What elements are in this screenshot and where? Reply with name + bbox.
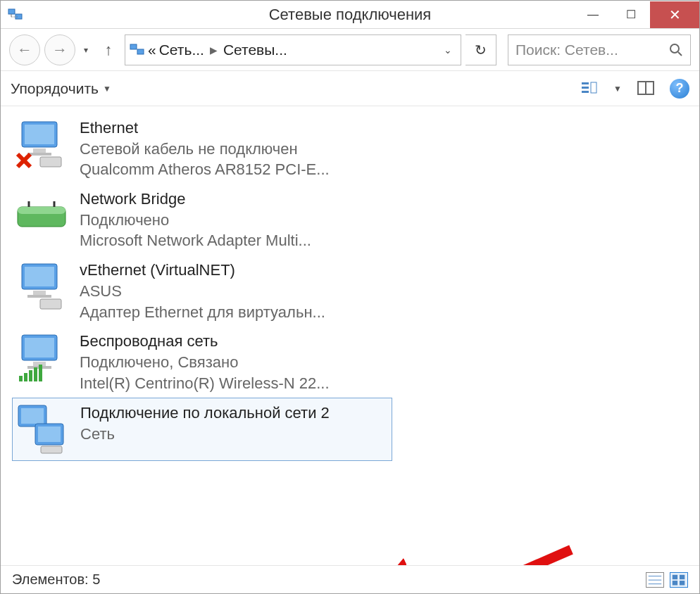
svg-rect-29 xyxy=(40,299,61,309)
view-options-button[interactable] xyxy=(580,79,599,99)
breadcrumb-sep-icon: ▸ xyxy=(207,42,220,58)
svg-rect-27 xyxy=(33,291,46,295)
content-area: EthernetСетевой кабель не подключенQualc… xyxy=(1,106,699,565)
preview-pane-button[interactable] xyxy=(636,79,656,99)
titlebar: Сетевые подключения — ☐ ✕ xyxy=(1,1,699,29)
svg-rect-10 xyxy=(582,91,589,93)
window-buttons: — ☐ ✕ xyxy=(574,1,699,28)
items-count: 5 xyxy=(92,571,100,588)
connection-item[interactable]: Беспроводная сетьПодключено, СвязаноInte… xyxy=(12,327,392,398)
breadcrumb-1[interactable]: Сеть... xyxy=(159,42,204,58)
connection-text: Беспроводная сетьПодключено, СвязаноInte… xyxy=(80,331,330,393)
svg-rect-36 xyxy=(29,370,32,381)
search-box[interactable]: Поиск: Сетев... xyxy=(508,34,691,65)
annotation-arrow xyxy=(395,543,578,565)
svg-rect-18 xyxy=(40,157,61,167)
connection-status: Подключено xyxy=(80,210,311,231)
connection-item[interactable]: vEthernet (VirtualNET)ASUSАдаптер Ethern… xyxy=(12,255,392,327)
connection-item[interactable]: EthernetСетевой кабель не подключенQualc… xyxy=(12,113,392,184)
connection-item[interactable]: Подключение по локальной сети 2Сеть xyxy=(12,398,392,461)
svg-rect-26 xyxy=(25,267,54,286)
dropdown-icon: ▼ xyxy=(103,84,111,94)
history-dropdown[interactable]: ▾ xyxy=(80,34,92,65)
connection-status: Сетевой кабель не подключен xyxy=(80,139,330,160)
connection-text: Подключение по локальной сети 2Сеть xyxy=(80,403,330,444)
maximize-button[interactable]: ☐ xyxy=(612,1,650,28)
svg-rect-43 xyxy=(41,446,62,453)
forward-button[interactable]: → xyxy=(44,34,75,65)
svg-rect-1 xyxy=(15,14,22,19)
svg-rect-40 xyxy=(21,408,44,424)
svg-rect-0 xyxy=(8,9,15,14)
connection-description: Qualcomm Atheros AR8152 PCI-E... xyxy=(80,159,330,180)
refresh-button[interactable]: ↻ xyxy=(465,34,496,65)
details-view-button[interactable] xyxy=(646,572,664,588)
svg-rect-11 xyxy=(591,82,596,93)
search-icon xyxy=(669,43,683,57)
svg-rect-51 xyxy=(680,581,685,585)
connection-name: vEthernet (VirtualNET) xyxy=(80,260,325,281)
address-dropdown-icon[interactable]: ⌄ xyxy=(439,44,456,56)
svg-rect-38 xyxy=(39,365,42,381)
close-button[interactable]: ✕ xyxy=(650,1,699,28)
toolbar: Упорядочить ▼ ▼ ? xyxy=(1,71,699,106)
view-dropdown-icon[interactable]: ▼ xyxy=(613,84,622,94)
connection-text: vEthernet (VirtualNET)ASUSАдаптер Ethern… xyxy=(80,260,325,322)
location-icon xyxy=(130,42,145,58)
connection-icon xyxy=(15,118,68,171)
svg-line-44 xyxy=(409,550,571,565)
connection-name: Беспроводная сеть xyxy=(80,331,330,352)
svg-rect-34 xyxy=(19,376,23,381)
connection-list: EthernetСетевой кабель не подключенQualc… xyxy=(12,113,688,461)
svg-rect-22 xyxy=(18,207,65,214)
connection-description: Intel(R) Centrino(R) Wireless-N 22... xyxy=(80,373,330,394)
organize-menu[interactable]: Упорядочить ▼ xyxy=(11,80,111,97)
connection-icon xyxy=(15,260,68,313)
svg-rect-50 xyxy=(673,581,677,585)
connection-description: Адаптер Ethernet для виртуальн... xyxy=(80,302,325,323)
breadcrumb-prefix: « xyxy=(148,42,156,58)
back-button[interactable]: ← xyxy=(9,34,40,65)
svg-rect-4 xyxy=(130,44,137,49)
navigation-bar: ← → ▾ ↑ « Сеть... ▸ Сетевы... ⌄ ↻ Поиск:… xyxy=(1,29,699,71)
address-bar[interactable]: « Сеть... ▸ Сетевы... ⌄ xyxy=(125,34,461,65)
svg-point-6 xyxy=(670,44,679,53)
app-icon xyxy=(8,7,23,23)
connection-text: EthernetСетевой кабель не подключенQualc… xyxy=(80,118,330,180)
help-button[interactable]: ? xyxy=(670,79,689,99)
connection-description: Microsoft Network Adapter Multi... xyxy=(80,230,311,251)
connection-status: Подключено, Связано xyxy=(80,352,330,373)
svg-rect-16 xyxy=(33,148,46,153)
connection-name: Подключение по локальной сети 2 xyxy=(80,403,330,424)
svg-rect-37 xyxy=(34,367,37,381)
organize-label: Упорядочить xyxy=(11,80,99,97)
svg-rect-42 xyxy=(38,426,61,442)
svg-rect-35 xyxy=(24,373,27,381)
connection-icon xyxy=(15,403,69,456)
breadcrumb-2[interactable]: Сетевы... xyxy=(223,42,287,58)
svg-rect-28 xyxy=(27,295,51,298)
connection-name: Network Bridge xyxy=(80,189,311,210)
up-button[interactable]: ↑ xyxy=(96,34,120,65)
connection-icon xyxy=(15,189,68,242)
window: Сетевые подключения — ☐ ✕ ← → ▾ ↑ « Сеть… xyxy=(0,0,700,594)
status-bar: Элементов: 5 xyxy=(1,565,699,593)
items-label: Элементов: xyxy=(12,571,89,588)
connection-text: Network BridgeПодключеноMicrosoft Networ… xyxy=(80,189,311,251)
svg-rect-48 xyxy=(673,574,677,579)
svg-rect-5 xyxy=(137,49,144,54)
connection-status: ASUS xyxy=(80,281,325,302)
svg-rect-8 xyxy=(582,82,589,84)
svg-rect-49 xyxy=(680,574,685,579)
connection-name: Ethernet xyxy=(80,118,330,139)
svg-rect-31 xyxy=(25,338,54,358)
svg-line-7 xyxy=(678,52,682,56)
search-placeholder: Поиск: Сетев... xyxy=(515,42,665,58)
connection-item[interactable]: Network BridgeПодключеноMicrosoft Networ… xyxy=(12,184,392,255)
connection-icon xyxy=(15,331,68,384)
connection-description: Сеть xyxy=(80,424,330,445)
svg-rect-9 xyxy=(582,87,589,89)
icons-view-button[interactable] xyxy=(670,572,688,588)
svg-rect-15 xyxy=(25,125,54,144)
minimize-button[interactable]: — xyxy=(574,1,612,28)
